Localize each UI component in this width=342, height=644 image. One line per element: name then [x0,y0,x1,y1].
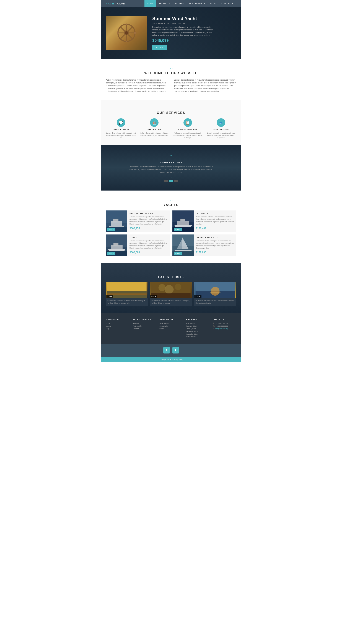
steering-wheel-icon [116,22,137,44]
yacht-info-3: TOPAZ Aise r in hendrerit in vulputate v… [127,234,170,256]
service-fish: 🐟 FISH COOKING Dere in hendrerit in vulp… [206,118,236,139]
footer-email: ✉ info@domaine.org [213,328,236,330]
fish-icon: 🐟 [217,118,225,127]
footer-what-we-do[interactable]: What We Do [159,322,183,324]
yacht-info-1: STAR OF THE OCEAN Aise r in hendrerit in… [127,210,170,232]
footer-archives-title: ARCHIVES [186,318,209,320]
email-icon: ✉ [213,328,214,330]
hero-more-button[interactable]: MORE [152,45,167,50]
main-nav: HOME ABOUT US YACHTS TESTIMONIALS BLOG C… [144,0,236,7]
yacht-info-2: ELIZABETH Buit in vulputate velit esse m… [194,210,236,232]
post-thumb-3: 12/07 [194,282,236,298]
footer-archives: ARCHIVES March 2014 February 2014 Januar… [186,318,209,338]
service-excursions: ⛵ EXCURSIONS Xnilar in hendrerit in vulp… [139,118,169,139]
testimonial-author: BARBARA ADAMS [106,161,236,164]
yacht-title-4: PRINCE ABDULAZIZ [196,236,234,239]
svg-rect-42 [107,282,147,291]
footer-nav-title: NAVIGATION [106,318,129,320]
header: YACHT CLUB HOME ABOUT US YACHTS TESTIMON… [101,0,241,7]
services-grid: 💬 CONSULTATION Denure dolor in hendrerit… [106,118,236,139]
yacht-price-3: $500,088 [129,251,167,254]
footer-nav-yachts[interactable]: Yachts [106,325,129,327]
yacht-info-4: PRINCE ABDULAZIZ Velit esse molestie con… [194,234,236,256]
footer-nav-home[interactable]: Home [106,322,129,324]
yacht-desc-4: Velit esse molestie consequat, vel illum… [196,240,234,250]
yacht-more-btn-2[interactable]: MORE [174,228,182,231]
yacht-more-btn-3[interactable]: MORE [107,252,115,255]
footer-phone-1: 📞 +1 800 603 6035 [213,322,236,324]
post-date-1: 21/12 [106,295,113,298]
footer-contacts-link[interactable]: Contacts [133,328,156,330]
hero-title: Summer Wind Yacht [152,16,213,21]
fish-name: FISH COOKING [206,128,236,130]
articles-name: USEFUL ARTICLES [173,128,203,130]
svg-point-13 [117,32,119,34]
svg-line-7 [120,27,125,31]
yachts-dots: ... [106,198,236,202]
footer-nav-blog[interactable]: Blog [106,328,129,330]
yacht-thumb-2: MORE [173,210,194,232]
hero-description: Duis autem vel eum iriure dolor in hendr… [152,26,213,36]
footer-archive-march[interactable]: March 2014 [186,322,209,324]
footer-archive-nov[interactable]: November 2013 [186,333,209,335]
nav-item-blog[interactable]: BLOG [208,0,219,7]
post-text-3: Vu drerit in vulputate velit esse molest… [194,298,236,306]
footer-archive-oct[interactable]: October 2013 [186,336,209,338]
footer-archive-feb[interactable]: February 2014 [186,325,209,327]
hero-text-block: Summer Wind Yacht SES AUTEM VEL EUM IRIU… [152,16,213,50]
testimonial-dots: ... [106,176,236,178]
posts-dots: ... [106,270,236,273]
testimonial-section: “ BARBARA ADAMS Cerufate velit esse mole… [101,145,241,190]
post-date-2: 01/06 [150,295,157,298]
svg-point-14 [134,32,136,34]
svg-point-12 [126,40,127,42]
nav-item-testimonials[interactable]: TESTIMONIALS [186,0,208,7]
svg-point-11 [126,24,127,25]
testimonial-nav-dot-3[interactable] [174,180,178,182]
yacht-more-btn-4[interactable]: MORE [174,252,182,255]
yacht-card-4: MORE PRINCE ABDULAZIZ Velit esse molesti… [173,234,236,256]
footer-services-title: WHAT WE DO [159,318,183,320]
excursions-name: EXCURSIONS [139,128,169,130]
svg-rect-31 [111,245,122,249]
nav-item-contacts[interactable]: CONTACTS [219,0,236,7]
testimonial-nav-dot-1[interactable] [164,180,168,182]
excursions-desc: Xnilar in hendrerit in vulputate velit e… [139,132,169,137]
svg-marker-24 [174,225,192,227]
twitter-icon: t [175,349,176,352]
nav-item-yachts[interactable]: YACHTS [173,0,186,7]
footer-testimonials-link[interactable]: Testimonials [133,325,156,327]
welcome-section: ... WELCOME TO OUR WEBSITE Autem vel eum… [101,59,241,100]
excursions-icon: ⛵ [150,118,158,127]
quote-mark-icon: “ [106,154,236,160]
post-card-3: 12/07 Vu drerit in vulputate velit esse … [194,282,236,306]
footer-clients[interactable]: Clients [159,328,183,330]
svg-point-47 [158,284,166,291]
consultation-icon: 💬 [117,118,125,127]
footer-archive-dec[interactable]: December 2013 [186,330,209,332]
articles-icon: 📋 [184,118,192,127]
post-text-2: Nu ndrerit in vulputate velit esse moles… [150,298,192,306]
testimonial-nav-dot-2[interactable] [169,180,173,182]
footer-about-link[interactable]: About us [133,322,156,324]
yacht-more-btn-1[interactable]: MORE [107,228,115,231]
nav-item-about[interactable]: ABOUT US [156,0,173,7]
footer-consultation[interactable]: Consultation [159,325,183,327]
testimonial-nav [106,180,236,182]
consultation-name: CONSULTATION [106,128,136,130]
svg-line-8 [128,35,133,39]
articles-desc: Vul dolor in hendrerit in vulputate veli… [173,132,203,139]
services-dots: ... [106,106,236,109]
welcome-dots: ... [106,66,236,70]
facebook-button[interactable]: f [163,347,170,354]
footer-archive-jan[interactable]: January 2014 [186,328,209,330]
yachts-title: YACHTS [106,203,236,207]
service-articles: 📋 USEFUL ARTICLES Vul dolor in hendrerit… [173,118,203,139]
post-card-2: 01/06 Nu ndrerit in vulputate velit esse… [150,282,192,306]
copyright-text: Copyright 2015 * Privacy policy [159,358,183,360]
post-date-3: 12/07 [194,295,202,298]
twitter-button[interactable]: t [173,347,179,354]
footer-contacts: CONTACTS 📞 +1 800 603 6035 📞 +1 800 603 … [213,318,236,338]
yacht-thumb-4: MORE [173,234,194,256]
nav-item-home[interactable]: HOME [144,0,156,7]
